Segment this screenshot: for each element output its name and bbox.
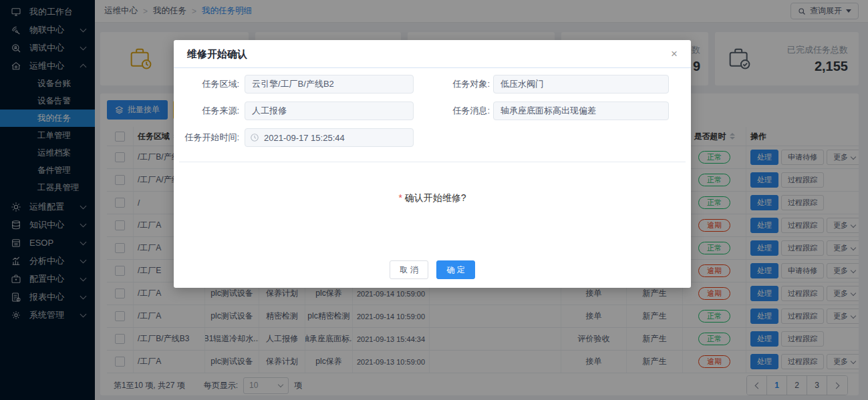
repair-start-confirm-dialog: 维修开始确认 × 任务区域: 任务对象: 任务来源: 任务消息: 任务开始时间:… — [174, 40, 691, 288]
task-area-field[interactable] — [245, 75, 414, 93]
modal-divider — [179, 162, 686, 162]
task-message-label: 任务消息: — [431, 102, 490, 120]
confirm-question: *确认开始维修? — [174, 192, 691, 204]
task-object-field[interactable] — [493, 75, 669, 93]
task-source-label: 任务来源: — [180, 102, 239, 120]
task-start-time-field[interactable] — [245, 128, 414, 147]
task-source-field[interactable] — [245, 102, 414, 120]
clock-icon — [250, 133, 259, 142]
task-message-field[interactable] — [493, 102, 669, 120]
close-icon[interactable]: × — [667, 45, 682, 63]
modal-footer: 取 消 确 定 — [174, 260, 691, 279]
confirm-button[interactable]: 确 定 — [436, 260, 475, 279]
cancel-button[interactable]: 取 消 — [390, 260, 428, 279]
task-area-label: 任务区域: — [180, 75, 239, 93]
modal-title: 维修开始确认 — [187, 40, 247, 67]
task-object-label: 任务对象: — [431, 75, 490, 93]
required-asterisk: * — [398, 192, 402, 203]
task-start-time-label: 任务开始时间: — [180, 128, 239, 147]
modal-header: 维修开始确认 × — [174, 40, 691, 68]
app-root: 我的工作台 物联中心 调试中心 运维中心 设备台账 设备告警 我的任务 工单管理… — [0, 0, 868, 400]
